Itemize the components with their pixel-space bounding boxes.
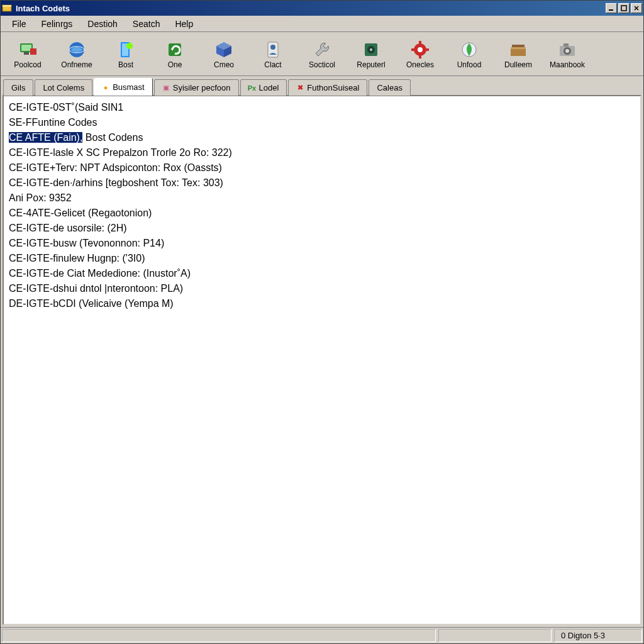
tab-label: Busmast bbox=[113, 82, 145, 92]
svg-rect-34 bbox=[511, 47, 526, 49]
toolbar-label: Cmeo bbox=[214, 61, 234, 69]
svg-point-37 bbox=[565, 49, 569, 53]
dot-icon: ● bbox=[102, 84, 109, 91]
tab-syisiler[interactable]: ▣Syisiler pecfoon bbox=[154, 79, 239, 96]
monitor-icon bbox=[18, 40, 38, 60]
toolbar-onfneme[interactable]: Onfneme bbox=[52, 35, 101, 74]
svg-rect-8 bbox=[24, 52, 29, 55]
x-icon: ✖ bbox=[296, 84, 304, 92]
wrench-icon bbox=[312, 40, 332, 60]
svg-rect-30 bbox=[425, 48, 429, 51]
code-list[interactable]: CE-IGTE-0ST˚(Said SIN1 SE-FFuntine Codes… bbox=[3, 95, 641, 625]
toolbar-poolcod[interactable]: Poolcod bbox=[3, 35, 52, 74]
toolbar-bost[interactable]: Bost bbox=[101, 35, 150, 74]
svg-point-14 bbox=[126, 43, 133, 49]
tab-busmast[interactable]: ●Busmast bbox=[94, 78, 153, 96]
minimize-button[interactable] bbox=[606, 3, 617, 13]
app-window: Intach Codets File Felinrgs Destioh Seat… bbox=[0, 0, 644, 644]
toolbar-clact[interactable]: Clact bbox=[248, 35, 297, 74]
line-rest: Bost Codens bbox=[82, 132, 143, 143]
maximize-button[interactable] bbox=[618, 3, 630, 13]
svg-rect-3 bbox=[621, 6, 626, 11]
svg-rect-7 bbox=[21, 45, 31, 51]
status-middle bbox=[438, 629, 552, 642]
toolbar-label: Clact bbox=[264, 61, 281, 69]
status-left bbox=[2, 629, 436, 642]
toolbar-dulleem[interactable]: Dulleem bbox=[494, 35, 543, 74]
toolbar-label: Reputerl bbox=[357, 61, 385, 69]
toolbar-unfood[interactable]: Unfood bbox=[445, 35, 494, 74]
menu-help[interactable]: Help bbox=[167, 18, 201, 30]
svg-rect-38 bbox=[564, 43, 569, 47]
tab-label: Caleas bbox=[377, 83, 402, 92]
list-item[interactable]: CE-IGTE-lasle X SC Prepalzon Trorle 2o R… bbox=[9, 145, 635, 160]
toolbar-maanbook[interactable]: Maanbook bbox=[543, 35, 592, 74]
list-item[interactable]: CE-IGTE-den·/arhins [tegboshent Tox: Tex… bbox=[9, 175, 635, 191]
svg-rect-32 bbox=[512, 45, 525, 47]
list-item[interactable]: CE-IGTE+Terv: NPT Adspiconton: Rox (Oass… bbox=[9, 160, 635, 175]
list-item[interactable]: CE-IGTE-finulew Hugnp: ('3I0) bbox=[9, 251, 635, 266]
list-item[interactable]: CE-4ATE-Gelicet (Regaotonion) bbox=[9, 206, 635, 221]
svg-rect-9 bbox=[30, 48, 36, 55]
tab-label: FuthonSuiseal bbox=[307, 83, 359, 92]
tab-lodel[interactable]: PxLodel bbox=[240, 79, 287, 96]
toolbar-label: Unfood bbox=[457, 61, 482, 69]
toolbar-label: Onfneme bbox=[61, 61, 92, 69]
menu-destioh[interactable]: Destioh bbox=[80, 18, 125, 30]
toolbar-cmeo[interactable]: Cmeo bbox=[199, 35, 248, 74]
selected-text: CE AFTE (Fain), bbox=[9, 132, 82, 143]
toolbar-label: Maanbook bbox=[550, 61, 585, 69]
svg-rect-29 bbox=[411, 48, 415, 51]
person-icon bbox=[263, 40, 283, 60]
tab-futhonsuiseal[interactable]: ✖FuthonSuiseal bbox=[288, 79, 367, 96]
toolbar-label: Dulleem bbox=[504, 61, 532, 69]
close-button[interactable] bbox=[631, 3, 642, 13]
window-title: Intach Codets bbox=[16, 4, 70, 13]
tab-label: Lot Colems bbox=[43, 83, 84, 92]
door-icon bbox=[116, 40, 136, 60]
toolbar-socticol[interactable]: Socticol bbox=[297, 35, 347, 74]
px-icon: Px bbox=[248, 84, 256, 92]
list-item[interactable]: Ani Pox: 9352 bbox=[9, 191, 635, 206]
list-item-selected[interactable]: CE AFTE (Fain), Bost Codens bbox=[9, 130, 635, 145]
toolbar-label: Poolcod bbox=[14, 61, 41, 69]
menu-file[interactable]: File bbox=[4, 18, 34, 30]
toolbar-label: One bbox=[168, 61, 182, 69]
list-item[interactable]: CE-IGTE-dshui dntol |nterontoon: PLA) bbox=[9, 281, 635, 296]
globe-icon bbox=[67, 40, 87, 60]
folder-icon bbox=[508, 40, 528, 60]
svg-point-24 bbox=[370, 48, 372, 51]
toolbar-onecles[interactable]: Onecles bbox=[396, 35, 445, 74]
list-item[interactable]: SE-FFuntine Codes bbox=[9, 115, 635, 130]
list-item[interactable]: CE-IGTE-de Ciat Mededione: (Inustor˚A) bbox=[9, 266, 635, 281]
toolbar-label: Onecles bbox=[406, 61, 434, 69]
svg-rect-28 bbox=[419, 55, 421, 58]
menu-felinrgs[interactable]: Felinrgs bbox=[34, 18, 80, 30]
tab-label: Gils bbox=[11, 83, 25, 92]
gear-red-icon bbox=[410, 40, 430, 60]
svg-rect-2 bbox=[609, 9, 613, 11]
square-icon: ▣ bbox=[162, 84, 170, 92]
app-icon bbox=[2, 3, 12, 13]
list-item[interactable]: CE-IGTE-0ST˚(Said SIN1 bbox=[9, 100, 635, 115]
toolbar-reputerl[interactable]: Reputerl bbox=[347, 35, 396, 74]
camera-icon bbox=[557, 40, 577, 60]
svg-rect-1 bbox=[3, 5, 11, 7]
toolbar-one[interactable]: One bbox=[150, 35, 199, 74]
list-item[interactable]: CE-IGTE-de usorsile: (2H) bbox=[9, 221, 635, 236]
status-bar: 0 Digton 5·3 bbox=[1, 627, 643, 643]
tab-gils[interactable]: Gils bbox=[3, 79, 33, 96]
refresh-icon bbox=[165, 40, 185, 60]
tab-strip: Gils Lot Colems ●Busmast ▣Syisiler pecfo… bbox=[1, 76, 643, 95]
list-item[interactable]: CE-IGTE-busw (Tevononnon: P14) bbox=[9, 236, 635, 251]
svg-point-26 bbox=[418, 47, 423, 52]
leaf-icon bbox=[459, 40, 479, 60]
toolbar-label: Socticol bbox=[309, 61, 335, 69]
list-item[interactable]: DE-IGTE-bCDI (Velicaive (Yempa M) bbox=[9, 296, 635, 311]
menu-seatch[interactable]: Seatch bbox=[125, 18, 168, 30]
tab-lot-colems[interactable]: Lot Colems bbox=[35, 79, 92, 96]
toolbar-label: Bost bbox=[118, 61, 133, 69]
svg-point-21 bbox=[270, 45, 275, 50]
tab-caleas[interactable]: Caleas bbox=[369, 79, 410, 96]
menu-bar: File Felinrgs Destioh Seatch Help bbox=[1, 16, 643, 32]
